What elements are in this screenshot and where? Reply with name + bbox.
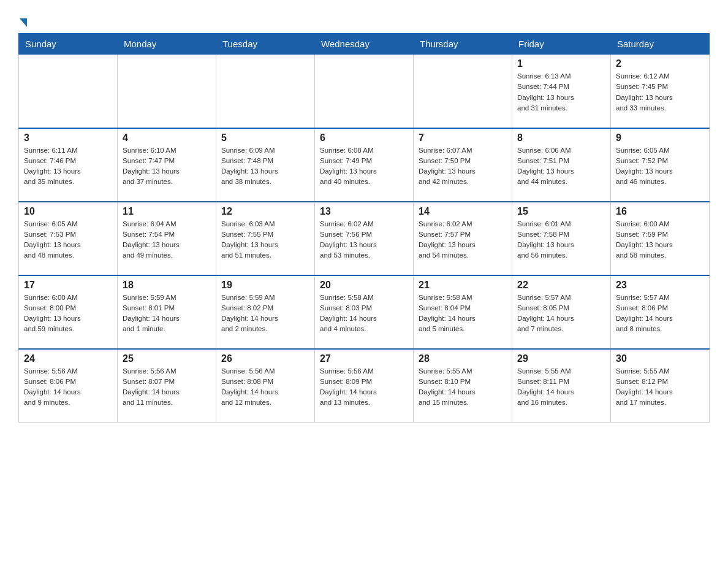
- calendar-week-row: 17Sunrise: 6:00 AM Sunset: 8:00 PM Dayli…: [19, 275, 710, 349]
- logo-arrow-icon: [20, 18, 27, 27]
- day-number: 13: [320, 206, 408, 217]
- day-info: Sunrise: 5:57 AM Sunset: 8:06 PM Dayligh…: [616, 293, 704, 335]
- day-info: Sunrise: 5:56 AM Sunset: 8:08 PM Dayligh…: [221, 366, 309, 408]
- day-info: Sunrise: 6:00 AM Sunset: 7:59 PM Dayligh…: [616, 219, 704, 261]
- calendar-cell: [414, 55, 512, 128]
- day-info: Sunrise: 5:57 AM Sunset: 8:05 PM Dayligh…: [517, 293, 605, 335]
- calendar-week-row: 24Sunrise: 5:56 AM Sunset: 8:06 PM Dayli…: [19, 349, 710, 423]
- day-info: Sunrise: 6:04 AM Sunset: 7:54 PM Dayligh…: [123, 219, 211, 261]
- day-info: Sunrise: 6:13 AM Sunset: 7:44 PM Dayligh…: [517, 71, 605, 113]
- day-info: Sunrise: 6:02 AM Sunset: 7:56 PM Dayligh…: [320, 219, 408, 261]
- calendar-cell: 20Sunrise: 5:58 AM Sunset: 8:03 PM Dayli…: [315, 275, 414, 349]
- calendar-cell: 2Sunrise: 6:12 AM Sunset: 7:45 PM Daylig…: [611, 55, 710, 128]
- day-number: 7: [419, 132, 507, 144]
- calendar-cell: 8Sunrise: 6:06 AM Sunset: 7:51 PM Daylig…: [512, 128, 611, 202]
- day-number: 27: [320, 353, 408, 364]
- calendar-cell: 23Sunrise: 5:57 AM Sunset: 8:06 PM Dayli…: [611, 275, 710, 349]
- day-info: Sunrise: 6:02 AM Sunset: 7:57 PM Dayligh…: [419, 219, 507, 261]
- day-info: Sunrise: 6:11 AM Sunset: 7:46 PM Dayligh…: [24, 145, 112, 188]
- calendar-cell: 25Sunrise: 5:56 AM Sunset: 8:07 PM Dayli…: [118, 349, 216, 423]
- day-info: Sunrise: 6:05 AM Sunset: 7:52 PM Dayligh…: [616, 145, 704, 188]
- page-header: [18, 12, 710, 27]
- day-info: Sunrise: 6:07 AM Sunset: 7:50 PM Dayligh…: [419, 145, 507, 188]
- day-info: Sunrise: 6:00 AM Sunset: 8:00 PM Dayligh…: [24, 293, 112, 335]
- day-number: 29: [517, 353, 605, 364]
- weekday-header-wednesday: Wednesday: [315, 34, 414, 55]
- calendar-cell: 12Sunrise: 6:03 AM Sunset: 7:55 PM Dayli…: [216, 202, 315, 275]
- calendar-cell: 16Sunrise: 6:00 AM Sunset: 7:59 PM Dayli…: [611, 202, 710, 275]
- weekday-header-row: SundayMondayTuesdayWednesdayThursdayFrid…: [19, 34, 710, 55]
- calendar-cell: [315, 55, 414, 128]
- calendar-cell: 4Sunrise: 6:10 AM Sunset: 7:47 PM Daylig…: [118, 128, 216, 202]
- day-number: 2: [616, 58, 704, 69]
- day-info: Sunrise: 5:56 AM Sunset: 8:06 PM Dayligh…: [24, 366, 112, 408]
- day-info: Sunrise: 5:55 AM Sunset: 8:12 PM Dayligh…: [616, 366, 704, 408]
- calendar-cell: 21Sunrise: 5:58 AM Sunset: 8:04 PM Dayli…: [414, 275, 512, 349]
- weekday-header-monday: Monday: [118, 34, 216, 55]
- day-number: 17: [24, 280, 112, 291]
- calendar-cell: 10Sunrise: 6:05 AM Sunset: 7:53 PM Dayli…: [19, 202, 118, 275]
- day-number: 25: [123, 353, 211, 364]
- weekday-header-friday: Friday: [512, 34, 611, 55]
- calendar-cell: [19, 55, 118, 128]
- day-number: 11: [123, 206, 211, 217]
- day-number: 19: [221, 280, 309, 291]
- calendar-cell: 1Sunrise: 6:13 AM Sunset: 7:44 PM Daylig…: [512, 55, 611, 128]
- day-info: Sunrise: 6:05 AM Sunset: 7:53 PM Dayligh…: [24, 219, 112, 261]
- day-number: 21: [419, 280, 507, 291]
- calendar-cell: 6Sunrise: 6:08 AM Sunset: 7:49 PM Daylig…: [315, 128, 414, 202]
- calendar-cell: 22Sunrise: 5:57 AM Sunset: 8:05 PM Dayli…: [512, 275, 611, 349]
- calendar-week-row: 3Sunrise: 6:11 AM Sunset: 7:46 PM Daylig…: [19, 128, 710, 202]
- calendar-cell: [118, 55, 216, 128]
- day-number: 3: [24, 132, 112, 144]
- day-number: 26: [221, 353, 309, 364]
- calendar-cell: 9Sunrise: 6:05 AM Sunset: 7:52 PM Daylig…: [611, 128, 710, 202]
- calendar-cell: 30Sunrise: 5:55 AM Sunset: 8:12 PM Dayli…: [611, 349, 710, 423]
- day-info: Sunrise: 6:10 AM Sunset: 7:47 PM Dayligh…: [123, 145, 211, 188]
- day-info: Sunrise: 5:56 AM Sunset: 8:09 PM Dayligh…: [320, 366, 408, 408]
- day-number: 5: [221, 132, 309, 144]
- calendar-cell: 3Sunrise: 6:11 AM Sunset: 7:46 PM Daylig…: [19, 128, 118, 202]
- day-info: Sunrise: 6:09 AM Sunset: 7:48 PM Dayligh…: [221, 145, 309, 188]
- day-info: Sunrise: 6:03 AM Sunset: 7:55 PM Dayligh…: [221, 219, 309, 261]
- day-info: Sunrise: 5:55 AM Sunset: 8:10 PM Dayligh…: [419, 366, 507, 408]
- day-number: 20: [320, 280, 408, 291]
- calendar-week-row: 10Sunrise: 6:05 AM Sunset: 7:53 PM Dayli…: [19, 202, 710, 275]
- calendar-cell: 18Sunrise: 5:59 AM Sunset: 8:01 PM Dayli…: [118, 275, 216, 349]
- calendar-cell: [216, 55, 315, 128]
- logo: [18, 12, 28, 27]
- day-number: 24: [24, 353, 112, 364]
- day-number: 23: [616, 280, 704, 291]
- calendar-cell: 26Sunrise: 5:56 AM Sunset: 8:08 PM Dayli…: [216, 349, 315, 423]
- day-number: 18: [123, 280, 211, 291]
- weekday-header-sunday: Sunday: [19, 34, 118, 55]
- day-number: 28: [419, 353, 507, 364]
- day-info: Sunrise: 5:59 AM Sunset: 8:02 PM Dayligh…: [221, 293, 309, 335]
- day-info: Sunrise: 6:06 AM Sunset: 7:51 PM Dayligh…: [517, 145, 605, 188]
- day-info: Sunrise: 5:58 AM Sunset: 8:04 PM Dayligh…: [419, 293, 507, 335]
- calendar-cell: 13Sunrise: 6:02 AM Sunset: 7:56 PM Dayli…: [315, 202, 414, 275]
- calendar-cell: 19Sunrise: 5:59 AM Sunset: 8:02 PM Dayli…: [216, 275, 315, 349]
- day-number: 1: [517, 58, 605, 69]
- day-number: 10: [24, 206, 112, 217]
- day-number: 16: [616, 206, 704, 217]
- day-number: 6: [320, 132, 408, 144]
- day-info: Sunrise: 5:55 AM Sunset: 8:11 PM Dayligh…: [517, 366, 605, 408]
- day-info: Sunrise: 6:12 AM Sunset: 7:45 PM Dayligh…: [616, 71, 704, 113]
- day-number: 14: [419, 206, 507, 217]
- day-number: 9: [616, 132, 704, 144]
- weekday-header-saturday: Saturday: [611, 34, 710, 55]
- day-info: Sunrise: 6:08 AM Sunset: 7:49 PM Dayligh…: [320, 145, 408, 188]
- day-number: 22: [517, 280, 605, 291]
- day-info: Sunrise: 6:01 AM Sunset: 7:58 PM Dayligh…: [517, 219, 605, 261]
- weekday-header-thursday: Thursday: [414, 34, 512, 55]
- day-info: Sunrise: 5:56 AM Sunset: 8:07 PM Dayligh…: [123, 366, 211, 408]
- calendar-table: SundayMondayTuesdayWednesdayThursdayFrid…: [18, 33, 710, 423]
- calendar-cell: 29Sunrise: 5:55 AM Sunset: 8:11 PM Dayli…: [512, 349, 611, 423]
- calendar-cell: 11Sunrise: 6:04 AM Sunset: 7:54 PM Dayli…: [118, 202, 216, 275]
- calendar-cell: 7Sunrise: 6:07 AM Sunset: 7:50 PM Daylig…: [414, 128, 512, 202]
- day-number: 30: [616, 353, 704, 364]
- day-number: 8: [517, 132, 605, 144]
- calendar-cell: 14Sunrise: 6:02 AM Sunset: 7:57 PM Dayli…: [414, 202, 512, 275]
- calendar-cell: 17Sunrise: 6:00 AM Sunset: 8:00 PM Dayli…: [19, 275, 118, 349]
